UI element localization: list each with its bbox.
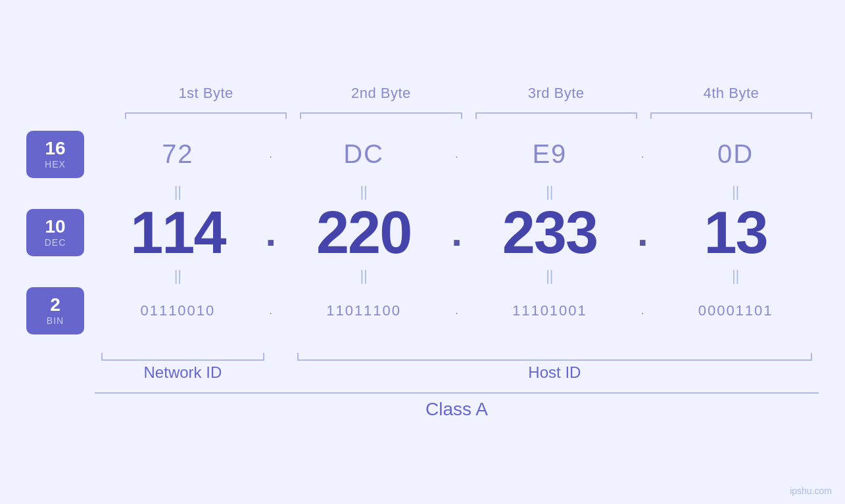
eq1-2: ||: [281, 183, 447, 200]
byte-header-1: 1st Byte: [118, 85, 293, 102]
hex-badge-number: 16: [45, 139, 65, 159]
dot-dec-3: .: [633, 210, 652, 255]
dec-cell-3: 233: [467, 203, 633, 262]
bracket-4: [650, 106, 812, 119]
byte-headers-row: 1st Byte 2nd Byte 3rd Byte 4th Byte: [26, 85, 819, 102]
eq2-1: ||: [95, 267, 261, 285]
eq2-3: ||: [467, 267, 633, 285]
dec-cells: 114 . 220 . 233 . 13: [95, 203, 819, 262]
equals-row-2: || || || ||: [26, 267, 819, 285]
dot-bin-3: .: [633, 305, 652, 317]
hex-cell-1: 72: [95, 139, 261, 169]
dec-badge-number: 10: [45, 217, 65, 237]
dec-row: 10 DEC 114 . 220 . 233 . 13: [26, 203, 819, 262]
dot-bin-2: .: [447, 305, 467, 317]
hex-cell-3: E9: [467, 139, 633, 169]
hex-cells: 72 . DC . E9 . 0D: [95, 139, 819, 169]
byte-header-2: 2nd Byte: [293, 85, 468, 102]
network-id-label: Network ID: [95, 363, 271, 382]
bin-badge: 2 BIN: [26, 287, 84, 334]
dot-bin-1: .: [261, 305, 281, 317]
dec-cell-2: 220: [281, 203, 447, 262]
dec-cell-4: 13: [652, 203, 819, 262]
hex-cell-4: 0D: [652, 139, 819, 169]
bin-cell-2: 11011100: [281, 302, 447, 319]
dot-dec-1: .: [261, 210, 281, 255]
dot-hex-2: .: [447, 149, 467, 160]
byte-header-3: 3rd Byte: [469, 85, 644, 102]
bin-cell-4: 00001101: [652, 302, 819, 319]
bin-row: 2 BIN 01110010 . 11011100 . 11101001 . 0…: [26, 287, 819, 334]
top-brackets: [26, 106, 819, 119]
class-section: Class A: [26, 392, 819, 420]
dec-cell-1: 114: [95, 203, 261, 262]
watermark: ipshu.com: [790, 486, 832, 496]
bracket-2: [300, 106, 462, 119]
bracket-1: [125, 106, 287, 119]
network-bracket: [95, 342, 271, 361]
class-line: [95, 392, 819, 394]
hex-row: 16 HEX 72 . DC . E9 . 0D: [26, 131, 819, 178]
bin-badge-number: 2: [50, 295, 60, 315]
class-label: Class A: [95, 399, 819, 420]
equals-row-1: || || || ||: [26, 183, 819, 200]
eq2-4: ||: [652, 267, 819, 285]
bin-badge-label: BIN: [47, 315, 64, 326]
bin-cell-1: 01110010: [95, 302, 261, 319]
main-container: 1st Byte 2nd Byte 3rd Byte 4th Byte 16 H…: [0, 0, 845, 504]
hex-badge-label: HEX: [45, 159, 66, 170]
dot-hex-3: .: [633, 149, 652, 160]
eq1-3: ||: [467, 183, 633, 200]
bin-cells: 01110010 . 11011100 . 11101001 . 0000110…: [95, 302, 819, 319]
hex-cell-2: DC: [281, 139, 447, 169]
eq2-2: ||: [281, 267, 447, 285]
hex-badge: 16 HEX: [26, 131, 84, 178]
bottom-brackets: [26, 342, 819, 361]
bracket-3: [475, 106, 637, 119]
dot-hex-1: .: [261, 149, 281, 160]
dot-dec-2: .: [447, 210, 467, 255]
network-host-labels: Network ID Host ID: [26, 363, 819, 382]
dec-badge: 10 DEC: [26, 209, 84, 256]
eq1-1: ||: [95, 183, 261, 200]
bin-cell-3: 11101001: [467, 302, 633, 319]
byte-header-4: 4th Byte: [644, 85, 819, 102]
eq1-4: ||: [652, 183, 819, 200]
host-bracket: [291, 342, 819, 361]
host-id-label: Host ID: [291, 363, 819, 382]
dec-badge-label: DEC: [45, 237, 66, 248]
